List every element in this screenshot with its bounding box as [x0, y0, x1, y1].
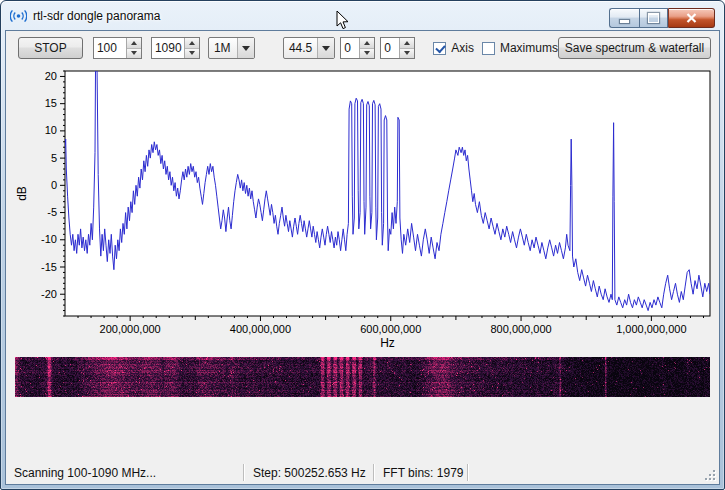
svg-text:-15: -15	[41, 261, 57, 273]
close-icon	[686, 13, 697, 23]
maximums-checkbox[interactable]: Maximums	[482, 41, 558, 55]
gain-combobox[interactable]: 44.5	[283, 37, 335, 59]
svg-text:1,000,000,000: 1,000,000,000	[616, 323, 686, 335]
start-frequency-value[interactable]: 100	[94, 38, 126, 58]
axis-checkbox-label: Axis	[451, 41, 474, 55]
svg-text:400,000,000: 400,000,000	[230, 323, 291, 335]
window-title: rtl-sdr dongle panorama	[33, 9, 160, 23]
svg-text:-10: -10	[41, 233, 57, 245]
spin-down-icon[interactable]	[127, 49, 141, 59]
spin-up-icon[interactable]	[127, 38, 141, 49]
spin-down-icon[interactable]	[185, 49, 199, 59]
chevron-down-icon[interactable]	[237, 38, 254, 58]
svg-text:15: 15	[45, 97, 57, 109]
numeric-spinbox-1-value[interactable]: 0	[341, 38, 359, 58]
axis-checkbox[interactable]: Axis	[433, 41, 474, 55]
y-axis: 20151050-5-10-15-20	[41, 70, 65, 316]
spin-down-icon[interactable]	[360, 49, 374, 59]
stop-frequency-value[interactable]: 1090	[152, 38, 184, 58]
svg-text:600,000,000: 600,000,000	[360, 323, 421, 335]
svg-text:10: 10	[45, 124, 57, 136]
resize-grip[interactable]	[703, 468, 717, 482]
svg-text:0: 0	[51, 179, 57, 191]
spin-down-icon[interactable]	[400, 49, 414, 59]
y-axis-title: dB	[15, 186, 29, 201]
status-fft-bins: FFT bins: 1979	[375, 461, 467, 484]
status-separator	[467, 464, 469, 481]
client-area: STOP 100 1090 1M 44.5	[5, 30, 720, 485]
maximize-button[interactable]	[639, 8, 668, 28]
svg-text:5: 5	[51, 152, 57, 164]
axis-checkbox-box[interactable]	[433, 42, 446, 55]
svg-text:-20: -20	[41, 288, 57, 300]
spin-up-icon[interactable]	[400, 38, 414, 49]
x-axis-title: Hz	[380, 336, 395, 350]
spin-up-icon[interactable]	[185, 38, 199, 49]
numeric-spinbox-2-value[interactable]: 0	[381, 38, 399, 58]
numeric-spinbox-2[interactable]: 0	[380, 37, 415, 59]
maximums-checkbox-box[interactable]	[482, 42, 495, 55]
stop-frequency-spinbox[interactable]: 1090	[151, 37, 200, 59]
toolbar: STOP 100 1090 1M 44.5	[6, 31, 719, 65]
spectrum-plot: 20151050-5-10-15-20200,000,000400,000,00…	[6, 65, 719, 355]
svg-text:800,000,000: 800,000,000	[490, 323, 551, 335]
chevron-down-icon[interactable]	[317, 38, 334, 58]
stop-button[interactable]: STOP	[18, 37, 83, 59]
app-window: rtl-sdr dongle panorama STOP 100 10	[0, 0, 725, 490]
status-scanning: Scanning 100-1090 MHz...	[6, 461, 243, 484]
status-step: Step: 500252.653 Hz	[245, 461, 373, 484]
maximums-checkbox-label: Maximums	[500, 41, 558, 55]
waterfall-display	[15, 357, 710, 397]
save-spectrum-button[interactable]: Save spectrum & waterfall	[558, 37, 711, 59]
spin-up-icon[interactable]	[360, 38, 374, 49]
svg-text:-5: -5	[47, 206, 57, 218]
maximize-icon	[648, 13, 659, 23]
svg-text:20: 20	[45, 70, 57, 82]
close-button[interactable]	[668, 8, 715, 28]
minimize-button[interactable]	[609, 8, 639, 28]
gain-value: 44.5	[284, 41, 317, 55]
bin-size-value: 1M	[209, 41, 237, 55]
svg-text:200,000,000: 200,000,000	[100, 323, 161, 335]
x-axis: 200,000,000400,000,000600,000,000800,000…	[78, 316, 703, 335]
spectrum-chart: 20151050-5-10-15-20200,000,000400,000,00…	[6, 65, 719, 355]
statusbar: Scanning 100-1090 MHz... Step: 500252.65…	[6, 461, 719, 484]
bin-size-combobox[interactable]: 1M	[208, 37, 255, 59]
numeric-spinbox-1[interactable]: 0	[340, 37, 375, 59]
start-frequency-spinbox[interactable]: 100	[93, 37, 142, 59]
minimize-icon	[620, 20, 629, 23]
titlebar[interactable]: rtl-sdr dongle panorama	[1, 1, 724, 30]
waterfall-canvas	[15, 357, 710, 397]
app-icon	[10, 8, 27, 23]
